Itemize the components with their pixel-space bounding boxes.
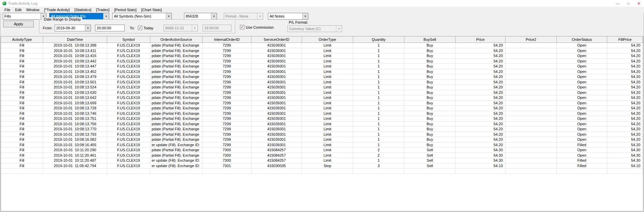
table-row[interactable]: Fill2019-10-01 10:08:13.699F.US.CLEX19pd… bbox=[1, 101, 643, 106]
close-button[interactable]: ✕ bbox=[634, 0, 644, 7]
from-date-value: 2019-09-30 bbox=[55, 25, 85, 31]
quantity-cell: 1 bbox=[353, 85, 404, 90]
checkbox-box[interactable]: ✓ bbox=[240, 25, 244, 29]
table-row[interactable] bbox=[1, 168, 643, 174]
table-row[interactable]: Fill2019-10-01 10:08:13.479F.US.CLEX19pd… bbox=[1, 74, 643, 80]
table-row[interactable]: Fill2019-10-01 10:08:13.501F.US.CLEX19pd… bbox=[1, 80, 643, 85]
menu-item-trade-activity[interactable]: [*Trade Activity] bbox=[42, 7, 72, 12]
from-date-dropdown[interactable]: 2019-09-30 ▼ bbox=[55, 25, 91, 31]
table-row[interactable]: Fill2019-10-01 10:08:13.751F.US.CLEX19pd… bbox=[1, 116, 643, 122]
serviceorderid-cell: 415039301 bbox=[251, 85, 302, 90]
table-header-row: ActivityTypeDateTimeSymbolOrderActionSou… bbox=[1, 36, 643, 43]
checkbox-box[interactable]: ✓ bbox=[138, 26, 142, 30]
buysell-cell: Buy bbox=[404, 95, 456, 101]
activity-type-dropdown[interactable]: Fills ▼ bbox=[3, 13, 47, 20]
table-row[interactable]: Fill2019-10-01 11:05:42.794F.US.CLEX19er… bbox=[1, 163, 643, 169]
menu-item-file[interactable]: File bbox=[2, 7, 13, 12]
column-header-ordertype[interactable]: OrderType bbox=[302, 36, 353, 43]
datetime-cell bbox=[43, 168, 107, 174]
orderstatus-cell: Open bbox=[557, 53, 607, 59]
table-row[interactable]: Fill2019-10-01 10:11:20.487F.US.CLEX19er… bbox=[1, 158, 643, 163]
fillprice-cell: 54.30 bbox=[607, 148, 643, 153]
chevron-down-icon[interactable]: ▼ bbox=[166, 13, 172, 19]
price-cell: 54.20 bbox=[456, 127, 505, 132]
orderactionsource-cell: pdate (Partial Fill). Exchange bbox=[150, 69, 203, 75]
orderstatus-cell: Open bbox=[557, 148, 607, 153]
menu-item-edit[interactable]: Edit bbox=[13, 7, 24, 12]
table-row[interactable]: Fill2019-10-01 10:08:13.746F.US.CLEX19pd… bbox=[1, 111, 643, 116]
price-cell: 54.20 bbox=[456, 53, 505, 59]
account-dropdown[interactable]: 856328 ▼ bbox=[184, 13, 217, 20]
table-row[interactable]: Fill2019-10-01 10:08:13.442F.US.CLEX19pd… bbox=[1, 59, 643, 64]
chevron-down-icon[interactable]: ▼ bbox=[103, 13, 109, 19]
fillprice-cell: 54.30 bbox=[607, 153, 643, 158]
column-header-orderactionsource[interactable]: OrderActionSource bbox=[150, 36, 203, 43]
column-header-quantity[interactable]: Quantity bbox=[353, 36, 404, 43]
table-row[interactable]: Fill2019-10-01 10:08:13.770F.US.CLEX19pd… bbox=[1, 127, 643, 132]
minimize-button[interactable]: — bbox=[613, 0, 623, 7]
menu-item-period-stats[interactable]: [Period Stats] bbox=[112, 7, 139, 12]
internalorderid-cell: 7299 bbox=[203, 64, 251, 69]
table-row[interactable]: Fill2019-10-01 10:08:13.728F.US.CLEX19pd… bbox=[1, 106, 643, 111]
menu-item-window[interactable]: Window bbox=[24, 7, 42, 12]
column-header-orderstatus[interactable]: OrderStatus bbox=[557, 36, 607, 43]
orderstatus-cell: Open bbox=[557, 64, 607, 69]
table-row[interactable]: Fill2019-10-01 10:08:13.398F.US.CLEX19pd… bbox=[1, 43, 643, 48]
to-date-dropdown: 9999-12-31 ▼ bbox=[163, 25, 198, 31]
column-header-price[interactable]: Price bbox=[456, 36, 505, 43]
chevron-down-icon[interactable]: ▼ bbox=[302, 13, 308, 19]
table-row[interactable]: Fill2019-10-01 10:08:16.455F.US.CLEX19er… bbox=[1, 142, 643, 148]
fillprice-cell: 54.20 bbox=[607, 95, 643, 101]
use-commission-checkbox[interactable]: ✓ Use Commission bbox=[240, 25, 274, 29]
column-header-internalorderid[interactable]: InternalOrderID bbox=[203, 36, 251, 43]
chevron-down-icon[interactable]: ▼ bbox=[85, 25, 91, 31]
notes-dropdown[interactable]: All Notes ▼ bbox=[268, 13, 308, 20]
column-header-symbol[interactable]: Symbol bbox=[107, 36, 150, 43]
symbol-cell: F.US.CLEX19 bbox=[107, 53, 150, 59]
table-row[interactable]: Fill2019-10-01 10:11:20.461F.US.CLEX19pd… bbox=[1, 153, 643, 158]
from-time-input[interactable]: 20:00:00 bbox=[95, 25, 125, 31]
apply-button[interactable]: Apply bbox=[3, 21, 34, 27]
column-header-price2[interactable]: Price2 bbox=[505, 36, 557, 43]
fillprice-cell: 54.20 bbox=[607, 80, 643, 85]
table-row[interactable]: Fill2019-10-01 10:08:13.447F.US.CLEX19pd… bbox=[1, 64, 643, 69]
maximize-button[interactable]: □ bbox=[623, 0, 634, 7]
today-checkbox[interactable]: ✓ Today bbox=[138, 26, 153, 30]
window-title: Trade Activity Log bbox=[8, 1, 37, 5]
ordertype-cell: Stop bbox=[302, 163, 353, 169]
symbols-dropdown[interactable]: All Symbols (Non-Sim) ▼ bbox=[112, 13, 172, 20]
table-row[interactable]: Fill2019-10-01 10:08:13.452F.US.CLEX19pd… bbox=[1, 69, 643, 75]
column-header-buysell[interactable]: BuySell bbox=[404, 36, 456, 43]
internalorderid-cell: 7299 bbox=[203, 43, 251, 48]
orderstatus-cell: Open bbox=[557, 137, 607, 142]
table-row[interactable]: Fill2019-10-01 10:08:16.082F.US.CLEX19pd… bbox=[1, 137, 643, 142]
column-header-fillprice[interactable]: FillPrice bbox=[607, 36, 643, 43]
activitytype-cell: Fill bbox=[1, 90, 43, 96]
table-row[interactable]: Fill2019-10-01 10:08:13.630F.US.CLEX19pd… bbox=[1, 90, 643, 96]
price-cell: 54.20 bbox=[456, 90, 505, 96]
menu-item-statistics[interactable]: [Statistics] bbox=[72, 7, 94, 12]
price2-cell bbox=[505, 122, 557, 127]
price-cell: 54.20 bbox=[456, 106, 505, 111]
ordertype-cell bbox=[302, 168, 353, 174]
price2-cell bbox=[505, 158, 557, 163]
chevron-down-icon[interactable]: ▼ bbox=[211, 13, 217, 19]
table-row[interactable]: Fill2019-10-01 10:11:20.290F.US.CLEX19pd… bbox=[1, 148, 643, 153]
activitytype-cell bbox=[1, 168, 43, 174]
column-header-serviceorderid[interactable]: ServiceOrderID bbox=[251, 36, 302, 43]
table-row[interactable]: Fill2019-10-01 10:08:13.416F.US.CLEX19pd… bbox=[1, 53, 643, 59]
buysell-cell: Sell bbox=[404, 163, 456, 169]
menu-item-chart-stats[interactable]: [Chart Stats] bbox=[139, 7, 164, 12]
menu-item-trades[interactable]: [Trades] bbox=[94, 7, 112, 12]
table-row[interactable]: Fill2019-10-01 10:08:13.793F.US.CLEX19pd… bbox=[1, 132, 643, 137]
activitytype-cell: Fill bbox=[1, 106, 43, 111]
fillprice-cell: 54.20 bbox=[607, 122, 643, 127]
column-header-datetime[interactable]: DateTime bbox=[43, 36, 107, 43]
table-row[interactable]: Fill2019-10-01 10:08:13.756F.US.CLEX19pd… bbox=[1, 122, 643, 127]
quantity-cell: 2 bbox=[353, 153, 404, 158]
table-row[interactable]: Fill2019-10-01 10:08:13.411F.US.CLEX19pd… bbox=[1, 48, 643, 54]
table-row[interactable]: Fill2019-10-01 10:08:13.642F.US.CLEX19pd… bbox=[1, 95, 643, 101]
column-header-activitytype[interactable]: ActivityType bbox=[1, 36, 43, 43]
table-row[interactable]: Fill2019-10-01 10:08:13.524F.US.CLEX19pd… bbox=[1, 85, 643, 90]
orderactionsource-cell: pdate (Partial Fill). Exchange bbox=[150, 64, 203, 69]
